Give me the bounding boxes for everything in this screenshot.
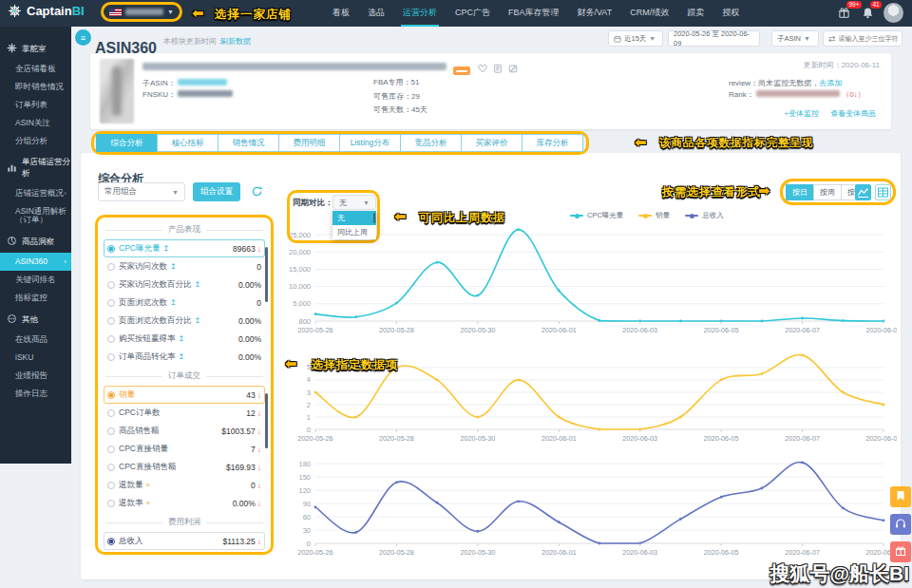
metric-买家访问次数百分比[interactable]: 买家访问次数百分比↥0.00%: [104, 275, 265, 294]
view-mode-按日[interactable]: 按日: [786, 184, 814, 200]
tab-库存分析[interactable]: 库存分析: [522, 134, 583, 152]
line-chart-view-button[interactable]: [855, 184, 871, 200]
asin-search-input[interactable]: [839, 35, 900, 42]
bookmark-side-button[interactable]: [890, 486, 911, 507]
metric-购买按钮赢得率[interactable]: 购买按钮赢得率↥0.00%: [104, 330, 265, 348]
sidebar-item-ASIN关注[interactable]: ASIN关注: [0, 114, 71, 132]
metric-页面浏览次数百分比[interactable]: 页面浏览次数百分比↥0.00%: [104, 312, 265, 330]
sidebar-item-分组分析[interactable]: 分组分析: [0, 132, 71, 150]
metric-销量[interactable]: 销量43↓: [104, 386, 265, 404]
date-preset-select[interactable]: 近15天 ▼: [608, 30, 663, 47]
sidebar-item-全店铺看板[interactable]: 全店铺看板: [0, 60, 71, 78]
sidebar-item-iSKU[interactable]: iSKU: [0, 349, 71, 367]
product-image[interactable]: [100, 59, 134, 123]
user-avatar[interactable]: [884, 3, 903, 23]
variant-link[interactable]: 查看变体商品: [830, 108, 876, 119]
add-review-monitor-link[interactable]: 去添加: [819, 79, 842, 87]
radio-button[interactable]: [107, 281, 115, 289]
chevrons-icon[interactable]: ››: [146, 481, 149, 489]
sub-asin-value-blurred[interactable]: [178, 79, 227, 85]
tab-Listing分布[interactable]: Listing分布: [339, 134, 401, 152]
tab-买家评价[interactable]: 买家评价: [461, 134, 522, 152]
favorite-heart-icon[interactable]: [478, 60, 487, 77]
line-chart-svg[interactable]: 03060901201501802020-05-262020-05-282020…: [279, 450, 897, 559]
compare-option-同比上周[interactable]: 同比上周: [332, 225, 376, 239]
metric-总收入[interactable]: 总收入$1113.25↓: [104, 532, 265, 550]
radio-button[interactable]: [107, 464, 115, 471]
topnav-item[interactable]: 财务/VAT: [576, 0, 615, 27]
sidebar-item-业绩报告[interactable]: 业绩报告: [0, 367, 71, 385]
sidebar-item-关键词排名[interactable]: 关键词排名: [0, 271, 71, 289]
sidebar-item-操作日志[interactable]: 操作日志: [0, 385, 71, 403]
variant-link[interactable]: +变体监控: [784, 108, 819, 119]
monitor-icon[interactable]: ↥: [179, 334, 185, 343]
topnav-item[interactable]: CRM/绩效: [628, 0, 671, 27]
date-range-field[interactable]: 2020-05-26 至 2020-06-09: [668, 30, 760, 47]
edit-icon[interactable]: [508, 60, 518, 77]
radio-button[interactable]: [107, 500, 115, 507]
metric-CPC直接销量[interactable]: CPC直接销量7↓: [104, 440, 265, 458]
topnav-item[interactable]: 运营分析: [401, 0, 439, 27]
tab-费用明细[interactable]: 费用明细: [278, 134, 340, 152]
swap-icon[interactable]: ⇄: [828, 34, 836, 44]
topnav-item[interactable]: 选品: [366, 0, 387, 27]
refresh-data-link[interactable]: 刷新数据: [220, 36, 251, 47]
monitor-icon[interactable]: ↥: [162, 244, 169, 253]
compare-option-无[interactable]: 无: [332, 211, 376, 225]
chevrons-icon[interactable]: ››: [146, 499, 149, 507]
metric-订单商品转化率[interactable]: 订单商品转化率↥0.00%: [104, 348, 265, 366]
metric-退款率[interactable]: 退款率››0.00%↓: [104, 494, 265, 512]
sidebar-item-ASIN通用解析（订单）[interactable]: ASIN通用解析（订单）: [0, 202, 71, 229]
compare-select[interactable]: 无 ▼: [332, 195, 376, 210]
bell-icon[interactable]: 41: [862, 6, 877, 21]
sidebar-item-店铺运营概况[interactable]: 店铺运营概况›: [0, 184, 71, 202]
radio-button[interactable]: [107, 299, 115, 307]
sidebar-item-指标监控[interactable]: 指标监控: [0, 289, 71, 307]
tab-销售情况[interactable]: 销售情况: [218, 134, 279, 152]
gift-icon[interactable]: 99+: [838, 6, 853, 21]
metric-CPC订单数[interactable]: CPC订单数12↓: [104, 404, 265, 422]
gift-side-button[interactable]: [890, 541, 911, 562]
radio-button[interactable]: [107, 263, 115, 271]
topnav-item[interactable]: CPC广告: [453, 0, 492, 27]
topnav-item[interactable]: 看板: [331, 0, 352, 27]
radio-button[interactable]: [107, 245, 115, 253]
sidebar-item-ASIN360[interactable]: ASIN360›: [0, 253, 71, 271]
radio-button[interactable]: [107, 409, 115, 417]
topnav-item[interactable]: 授权: [720, 0, 741, 27]
tab-综合分析[interactable]: 综合分析: [96, 134, 158, 152]
monitor-icon[interactable]: ↥: [179, 352, 185, 361]
radio-button[interactable]: [107, 538, 115, 545]
sidebar-item-订单列表[interactable]: 订单列表: [0, 96, 71, 114]
legend-item-销量[interactable]: 销量: [638, 211, 670, 220]
metric-CPC直接销售额[interactable]: CPC直接销售额$169.93↓: [104, 458, 265, 476]
metric-退款量[interactable]: 退款量››0↓: [104, 476, 265, 494]
combo-select[interactable]: 常用组合 ▼: [98, 182, 185, 201]
section-scrollbar[interactable]: [265, 393, 268, 448]
radio-button[interactable]: [107, 446, 115, 453]
dropdown-scrollbar[interactable]: [373, 213, 375, 223]
view-mode-按周[interactable]: 按周: [813, 184, 842, 200]
brand-logo[interactable]: CaptainBI: [8, 4, 85, 18]
tab-核心指标[interactable]: 核心指标: [157, 134, 218, 152]
table-view-button[interactable]: [875, 184, 891, 200]
legend-item-CPC曝光量[interactable]: CPC曝光量: [570, 211, 623, 220]
chart-total-revenue[interactable]: 03060901201501802020-05-262020-05-282020…: [279, 450, 897, 562]
combo-settings-button[interactable]: 组合设置: [193, 182, 240, 201]
radio-button[interactable]: [107, 391, 115, 399]
metric-商品销售额[interactable]: 商品销售额$1003.57↓: [104, 422, 265, 440]
radio-button[interactable]: [107, 317, 115, 325]
asin-filter-select[interactable]: 子ASIN ▼: [771, 30, 819, 47]
metric-买家访问次数[interactable]: 买家访问次数↥0: [104, 257, 265, 275]
refresh-icon[interactable]: [251, 184, 263, 201]
sidebar-item-在线商品[interactable]: 在线商品: [0, 331, 71, 349]
metric-总支出[interactable]: 总支出$-284.18↓: [104, 550, 265, 555]
monitor-icon[interactable]: ↥: [195, 280, 201, 289]
legend-item-总收入[interactable]: 总收入: [685, 211, 724, 220]
tab-竞品分析[interactable]: 竞品分析: [400, 134, 462, 152]
headset-side-button[interactable]: [890, 514, 911, 535]
sidebar-item-即时销售情况[interactable]: 即时销售情况: [0, 78, 71, 96]
clipboard-icon[interactable]: [493, 60, 503, 77]
radio-button[interactable]: [107, 335, 115, 343]
radio-button[interactable]: [107, 353, 115, 361]
